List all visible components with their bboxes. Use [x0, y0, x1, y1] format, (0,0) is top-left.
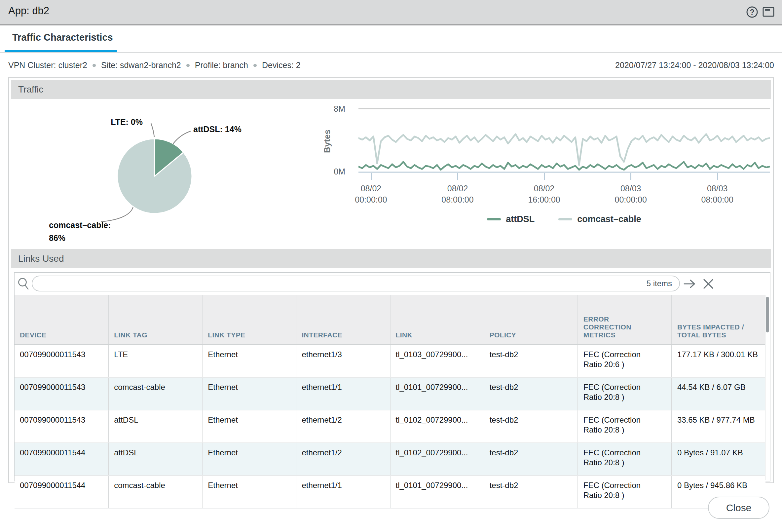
x-tick: [457, 173, 458, 180]
app-dialog: App: db2 ? Traffic Characteristics VPN C…: [0, 0, 782, 532]
cell-interface: ethernet1/2: [296, 410, 390, 443]
table-header-row: DEVICE LINK TAG LINK TYPE INTERFACE LINK…: [14, 295, 766, 345]
cell-bytes: 177.17 KB / 300.01 KB: [672, 345, 766, 377]
cell-bytes: 44.54 KB / 6.07 GB: [672, 377, 766, 410]
cell-link-type: Ethernet: [202, 345, 296, 377]
line-chart-plot: [358, 134, 770, 170]
links-used-section-header: Links Used: [11, 249, 771, 268]
links-used-panel: 5 items DEVI: [14, 272, 771, 482]
cell-device: 007099000011543: [14, 345, 108, 377]
x-tick-label: 08/0208:00:00: [441, 183, 473, 205]
y-tick-0m: 0M: [322, 167, 345, 176]
series-line-comcast: [358, 134, 770, 165]
cell-link-tag: LTE: [108, 345, 202, 377]
cell-link-tag: attDSL: [108, 410, 202, 443]
col-error-correction[interactable]: ERROR CORRECTION METRICS: [578, 295, 672, 345]
cell-device: 007099000011543: [14, 410, 108, 443]
col-policy[interactable]: POLICY: [484, 295, 578, 345]
cell-link-type: Ethernet: [202, 377, 296, 410]
legend-item-comcast: comcast–cable: [558, 214, 641, 224]
table-row: 007099000011543 LTE Ethernet ethernet1/3…: [14, 345, 766, 377]
search-icon: [17, 277, 30, 292]
site-label: Site: sdwan2-branch2: [101, 61, 181, 70]
window-icon[interactable]: [762, 6, 775, 20]
x-tick-label: 08/0216:00:00: [528, 183, 560, 205]
cell-fec: FEC (Correction Ratio 20:8 ): [578, 377, 672, 410]
table-scrollbar-thumb[interactable]: [766, 297, 769, 332]
cell-link-tag: attDSL: [108, 443, 202, 475]
cell-link-type: Ethernet: [202, 410, 296, 443]
cell-link-tag: comcast-cable: [108, 475, 202, 508]
col-link[interactable]: LINK: [390, 295, 484, 345]
table-scrollbar: [765, 295, 770, 480]
attdsl-legend-swatch: [487, 218, 501, 220]
x-tick: [371, 173, 372, 180]
x-tick-label: 08/0200:00:00: [355, 183, 387, 205]
items-count-badge: 5 items: [646, 279, 672, 288]
search-input[interactable]: [40, 279, 646, 288]
series-line-attdsl: [358, 162, 770, 170]
clear-filter-x-icon[interactable]: [702, 278, 714, 291]
legend-item-attdsl: attDSL: [487, 214, 535, 224]
table-row: 007099000011544 attDSL Ethernet ethernet…: [14, 443, 766, 475]
apply-filter-arrow-icon[interactable]: [683, 278, 697, 291]
cell-device: 007099000011544: [14, 475, 108, 508]
traffic-line-chart: [358, 106, 770, 174]
cell-interface: ethernet1/1: [296, 377, 390, 410]
col-bytes-impacted[interactable]: BYTES IMPACTED / TOTAL BYTES: [672, 295, 766, 345]
close-button[interactable]: Close: [708, 497, 770, 519]
cell-link[interactable]: tl_0101_00729900...: [390, 377, 484, 410]
tab-traffic-characteristics[interactable]: Traffic Characteristics: [12, 32, 113, 43]
cell-bytes: 33.65 KB / 977.74 MB: [672, 410, 766, 443]
chart-legend: attDSL comcast–cable: [358, 214, 770, 224]
cell-policy: test-db2: [484, 443, 578, 475]
cell-link[interactable]: tl_0101_00729900...: [390, 475, 484, 508]
cell-device: 007099000011543: [14, 377, 108, 410]
pie-label-lte: LTE: 0%: [83, 116, 143, 129]
pie-label-attdsl: attDSL: 14%: [193, 123, 242, 136]
help-icon[interactable]: ?: [746, 6, 758, 20]
x-tick: [630, 173, 631, 180]
col-link-type[interactable]: LINK TYPE: [202, 295, 296, 345]
vpn-cluster-label: VPN Cluster: cluster2: [8, 61, 87, 70]
cell-link[interactable]: tl_0102_00729900...: [390, 410, 484, 443]
col-interface[interactable]: INTERFACE: [296, 295, 390, 345]
cell-link[interactable]: tl_0102_00729900...: [390, 443, 484, 475]
cell-policy: test-db2: [484, 377, 578, 410]
col-link-tag[interactable]: LINK TAG: [108, 295, 202, 345]
x-axis: 08/0200:00:00 08/0208:00:00 08/0216:00:0…: [358, 173, 770, 209]
x-tick-label: 08/0300:00:00: [615, 183, 647, 205]
cell-link[interactable]: tl_0103_00729900...: [390, 345, 484, 377]
active-tab-underline: [5, 50, 117, 52]
col-device[interactable]: DEVICE: [14, 295, 108, 345]
cell-bytes: 0 Bytes / 91.07 KB: [672, 443, 766, 475]
links-table: DEVICE LINK TAG LINK TYPE INTERFACE LINK…: [14, 295, 766, 508]
separator-dot: [253, 64, 257, 67]
time-range-label: 2020/07/27 13:24:00 - 2020/08/03 13:24:0…: [615, 61, 774, 70]
cell-link-tag: comcast-cable: [108, 377, 202, 410]
table-row: 007099000011543 attDSL Ethernet ethernet…: [14, 410, 766, 443]
cell-fec: FEC (Correction Ratio 20:8 ): [578, 410, 672, 443]
cell-interface: ethernet1/2: [296, 443, 390, 475]
table-row: 007099000011544 comcast-cable Ethernet e…: [14, 475, 766, 508]
cell-fec: FEC (Correction Ratio 20:6 ): [578, 345, 672, 377]
table-toolbar: 5 items: [14, 273, 770, 295]
cell-interface: ethernet1/1: [296, 475, 390, 508]
svg-text:?: ?: [750, 8, 754, 16]
cell-fec: FEC (Correction Ratio 20:8 ): [578, 443, 672, 475]
cell-interface: ethernet1/3: [296, 345, 390, 377]
cell-device: 007099000011544: [14, 443, 108, 475]
context-breadcrumb: VPN Cluster: cluster2 Site: sdwan2-branc…: [8, 61, 300, 70]
cell-fec: FEC (Correction Ratio 20:8 ): [578, 475, 672, 508]
y-tick-8m: 8M: [322, 104, 345, 114]
dialog-title: App: db2: [8, 5, 49, 17]
separator-dot: [93, 64, 96, 67]
devices-label: Devices: 2: [262, 61, 300, 70]
cell-policy: test-db2: [484, 410, 578, 443]
cell-link-type: Ethernet: [202, 475, 296, 508]
tab-bar: Traffic Characteristics: [0, 26, 782, 53]
table-row: 007099000011543 comcast-cable Ethernet e…: [14, 377, 766, 410]
cell-link-type: Ethernet: [202, 443, 296, 475]
cell-policy: test-db2: [484, 345, 578, 377]
x-tick: [544, 173, 545, 180]
